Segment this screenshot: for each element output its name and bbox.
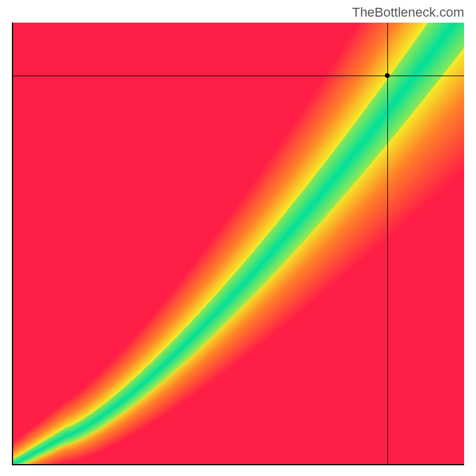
- heatmap-canvas: [12, 23, 464, 465]
- heatmap-chart: [12, 23, 464, 465]
- watermark-text: TheBottleneck.com: [352, 5, 464, 20]
